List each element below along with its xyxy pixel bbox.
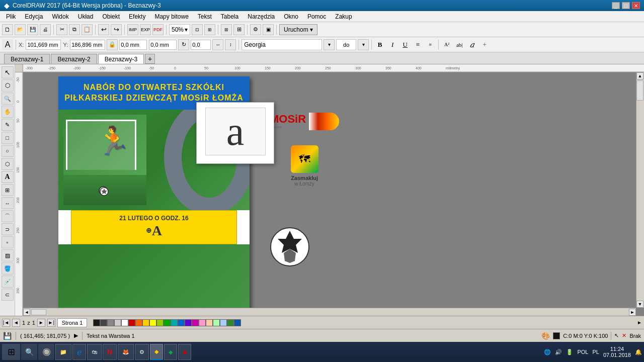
page-last-btn[interactable]: ►| [47, 319, 55, 327]
char-italic-btn[interactable]: 𝑎 [466, 39, 477, 50]
zoom-dropdown[interactable]: 50% ▾ [169, 24, 190, 35]
polygon-tool[interactable]: ⬡ [2, 158, 14, 170]
pan-tool[interactable]: ✋ [2, 106, 14, 118]
y-input[interactable] [70, 40, 105, 50]
color-pink[interactable] [199, 319, 206, 326]
add-tab-button[interactable]: + [145, 54, 155, 64]
menu-pomoc[interactable]: Pomoc [303, 12, 330, 21]
menu-efekty[interactable]: Efekty [125, 12, 149, 21]
pdf-button[interactable]: PDF [152, 24, 164, 35]
taskbar-app2[interactable]: ◆ [164, 344, 177, 360]
undo-button[interactable]: ↩ [98, 24, 109, 35]
paintbucket-tool[interactable]: 🪣 [2, 262, 14, 275]
color-purple[interactable] [185, 319, 192, 326]
font-size-dropdown[interactable]: ▾ [358, 39, 369, 50]
color-red[interactable] [128, 319, 135, 326]
color-green[interactable] [164, 319, 171, 326]
start-button[interactable]: ⊞ [2, 344, 20, 360]
font-name-input[interactable] [242, 39, 322, 50]
connector-tool[interactable]: ⌒ [2, 210, 14, 222]
taskbar-firefox[interactable]: 🦊 [118, 344, 134, 360]
menu-uklad[interactable]: Układ [74, 12, 98, 21]
rectangle-tool[interactable]: □ [2, 132, 14, 144]
underline-button[interactable]: U [399, 39, 411, 50]
width-input[interactable] [119, 40, 147, 50]
menu-tabela[interactable]: Tabela [217, 12, 243, 21]
export-button[interactable]: EXP [140, 24, 151, 35]
menu-tekst[interactable]: Tekst [194, 12, 216, 21]
color-white[interactable] [121, 319, 128, 326]
color-orange[interactable] [135, 319, 142, 326]
color-palette-expand[interactable]: ► [637, 320, 642, 325]
import-button[interactable]: IMP [127, 24, 138, 35]
lock-ratio-btn[interactable]: 🔒 [107, 39, 118, 50]
taskbar-explorer[interactable]: 📁 [55, 344, 71, 360]
flip-h-btn[interactable]: ↔ [212, 39, 223, 50]
zoom-page-btn[interactable]: ⊞ [204, 24, 215, 35]
node-tool[interactable]: ⬡ [2, 79, 14, 92]
align-left-btn[interactable]: ≡ [412, 39, 423, 50]
color-peach[interactable] [206, 319, 213, 326]
new-button[interactable]: 🗋 [2, 24, 13, 35]
snap-btn[interactable]: ⊞ [221, 24, 232, 35]
menu-zakup[interactable]: Zakup [331, 12, 356, 21]
table-tool[interactable]: ⊞ [2, 184, 14, 196]
char-format-btn[interactable]: ab| [454, 39, 465, 50]
color-teal[interactable] [171, 319, 178, 326]
color-darkgreen[interactable] [227, 319, 234, 326]
add-formatting-btn[interactable]: + [479, 39, 490, 50]
options-btn[interactable]: ▣ [263, 24, 274, 35]
x-input[interactable] [26, 40, 61, 50]
close-button[interactable]: ✕ [632, 2, 640, 9]
menu-mapy[interactable]: Mapy bitowe [150, 12, 192, 21]
shadow-tool[interactable]: ▫ [2, 236, 14, 248]
save-button[interactable]: 💾 [27, 24, 38, 35]
select-tool[interactable]: ↖ [2, 66, 14, 78]
ellipse-tool[interactable]: ○ [2, 145, 14, 157]
copy-button[interactable]: ⧉ [69, 24, 80, 35]
scroll-thumb[interactable] [636, 80, 643, 101]
menu-edycja[interactable]: Edycja [21, 12, 47, 21]
cut-button[interactable]: ✂ [56, 24, 67, 35]
color-black[interactable] [93, 319, 100, 326]
page-tab-1[interactable]: Strona 1 [57, 318, 88, 327]
menu-okno[interactable]: Okno [280, 12, 302, 21]
scroll-area[interactable]: NABÓR DO OTWARTEJ SZKÓŁKI PIŁKARSKIEJ DZ… [23, 72, 644, 316]
canvas-area[interactable]: -300 -250 -200 -150 -100 -50 0 50 100 15… [15, 64, 644, 316]
grid-btn[interactable]: ⊞ [233, 24, 245, 35]
font-size-input[interactable] [336, 39, 356, 50]
tab-beznazwy3[interactable]: Beznazwy-3 [98, 54, 144, 64]
notification-icon[interactable]: 🔔 [635, 349, 642, 355]
angle-input[interactable] [191, 40, 211, 50]
scroll-up-btn[interactable]: ▲ [636, 72, 643, 79]
minimize-button[interactable]: _ [612, 2, 620, 9]
horizontal-scrollbar[interactable]: ◄ ► [23, 308, 636, 316]
menu-narzedzia[interactable]: Narzędzia [244, 12, 279, 21]
superscript-btn[interactable]: A² [441, 39, 452, 50]
font-dropdown-btn[interactable]: ▾ [324, 39, 335, 50]
blend-tool[interactable]: ⊃ [2, 223, 14, 235]
print-button[interactable]: 🖨 [40, 24, 51, 35]
color-lime[interactable] [156, 319, 164, 326]
bold-button[interactable]: B [374, 39, 385, 50]
menu-widok[interactable]: Widok [48, 12, 72, 21]
taskbar-edge[interactable]: ℯ [72, 344, 86, 360]
flip-v-btn[interactable]: ↕ [225, 39, 236, 50]
paste-button[interactable]: 📋 [82, 24, 93, 35]
redo-button[interactable]: ↪ [111, 24, 122, 35]
color-blue[interactable] [178, 319, 185, 326]
color-gray[interactable] [107, 319, 114, 326]
color-skyblue[interactable] [220, 319, 227, 326]
menu-plik[interactable]: Plik [2, 12, 20, 21]
uruchom-button[interactable]: Uruchom ▾ [279, 24, 317, 35]
color-lightgray[interactable] [114, 319, 121, 326]
taskbar-coreldraw[interactable]: ◆ [150, 344, 163, 360]
taskbar-app3[interactable]: ◆ [178, 344, 191, 360]
freehand-tool[interactable]: ✎ [2, 119, 14, 131]
h-scroll-thumb[interactable] [31, 309, 46, 315]
tab-beznazwy2[interactable]: Beznazwy-2 [51, 54, 97, 64]
tab-beznazwy1[interactable]: Beznazwy-1 [4, 54, 50, 64]
taskbar-netflix[interactable]: N [103, 344, 117, 360]
text-tool[interactable]: A [2, 171, 14, 183]
page-prev-btn[interactable]: ◄ [12, 319, 20, 327]
